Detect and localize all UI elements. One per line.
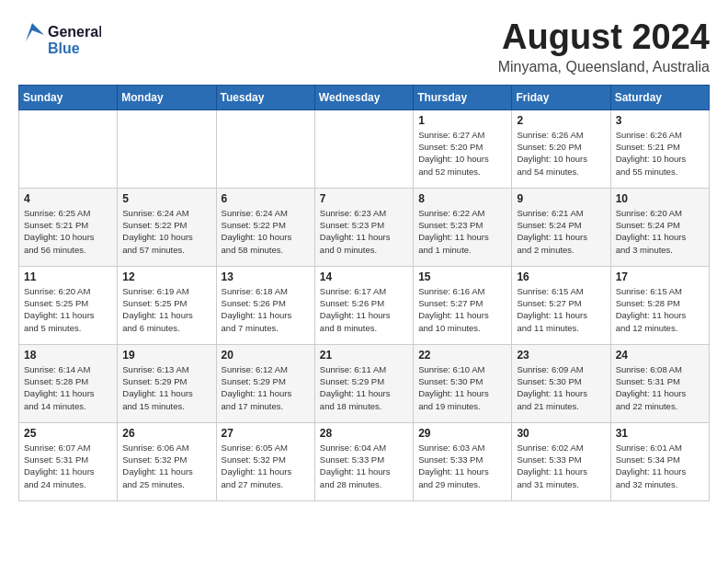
day-info: Sunrise: 6:26 AM Sunset: 5:20 PM Dayligh… [517,129,605,178]
day-number: 4 [24,192,112,205]
calendar-week-1: 1Sunrise: 6:27 AM Sunset: 5:20 PM Daylig… [19,109,710,188]
calendar-cell: 6Sunrise: 6:24 AM Sunset: 5:22 PM Daylig… [216,188,314,266]
calendar-cell [19,109,118,188]
calendar-header-row: Sunday Monday Tuesday Wednesday Thursday… [19,85,710,109]
calendar-cell: 16Sunrise: 6:15 AM Sunset: 5:27 PM Dayli… [512,266,610,344]
month-year-title: August 2024 [498,18,710,57]
day-info: Sunrise: 6:23 AM Sunset: 5:23 PM Dayligh… [320,207,408,256]
calendar-cell: 23Sunrise: 6:09 AM Sunset: 5:30 PM Dayli… [512,344,610,422]
logo: GeneralBlue [18,18,101,60]
day-number: 1 [418,114,506,127]
day-info: Sunrise: 6:10 AM Sunset: 5:30 PM Dayligh… [418,363,506,412]
header-saturday: Saturday [610,85,709,109]
day-number: 5 [122,192,210,205]
day-info: Sunrise: 6:14 AM Sunset: 5:28 PM Dayligh… [24,363,112,412]
calendar-cell [118,109,216,188]
day-info: Sunrise: 6:18 AM Sunset: 5:26 PM Dayligh… [222,285,310,334]
calendar-cell: 8Sunrise: 6:22 AM Sunset: 5:23 PM Daylig… [414,188,512,266]
day-number: 19 [122,349,210,362]
calendar-cell: 24Sunrise: 6:08 AM Sunset: 5:31 PM Dayli… [610,344,709,422]
calendar-cell: 19Sunrise: 6:13 AM Sunset: 5:29 PM Dayli… [118,344,216,422]
header-monday: Monday [118,85,216,109]
day-number: 13 [222,270,310,283]
header-wednesday: Wednesday [314,85,413,109]
day-info: Sunrise: 6:13 AM Sunset: 5:29 PM Dayligh… [122,363,210,412]
calendar-week-3: 11Sunrise: 6:20 AM Sunset: 5:25 PM Dayli… [19,266,710,344]
calendar-cell: 14Sunrise: 6:17 AM Sunset: 5:26 PM Dayli… [314,266,413,344]
day-info: Sunrise: 6:19 AM Sunset: 5:25 PM Dayligh… [122,285,210,334]
day-info: Sunrise: 6:15 AM Sunset: 5:27 PM Dayligh… [517,285,605,334]
day-info: Sunrise: 6:24 AM Sunset: 5:22 PM Dayligh… [122,207,210,256]
day-number: 12 [122,270,210,283]
day-number: 30 [517,427,605,440]
day-number: 28 [320,427,408,440]
calendar-cell: 2Sunrise: 6:26 AM Sunset: 5:20 PM Daylig… [512,109,610,188]
calendar-cell: 27Sunrise: 6:05 AM Sunset: 5:32 PM Dayli… [216,422,314,500]
svg-text:Blue: Blue [48,40,80,56]
calendar-table: Sunday Monday Tuesday Wednesday Thursday… [18,85,710,501]
calendar-cell: 20Sunrise: 6:12 AM Sunset: 5:29 PM Dayli… [216,344,314,422]
day-info: Sunrise: 6:12 AM Sunset: 5:29 PM Dayligh… [222,363,310,412]
day-number: 29 [418,427,506,440]
day-number: 23 [517,349,605,362]
calendar-week-4: 18Sunrise: 6:14 AM Sunset: 5:28 PM Dayli… [19,344,710,422]
page-header: GeneralBlue August 2024 Minyama, Queensl… [18,18,710,75]
day-info: Sunrise: 6:07 AM Sunset: 5:31 PM Dayligh… [24,442,112,490]
day-number: 16 [517,270,605,283]
calendar-cell [314,109,413,188]
day-number: 21 [320,349,408,362]
calendar-cell: 9Sunrise: 6:21 AM Sunset: 5:24 PM Daylig… [512,188,610,266]
logo-svg: GeneralBlue [18,18,101,60]
day-info: Sunrise: 6:08 AM Sunset: 5:31 PM Dayligh… [616,363,704,412]
day-number: 8 [418,192,506,205]
calendar-cell: 26Sunrise: 6:06 AM Sunset: 5:32 PM Dayli… [118,422,216,500]
day-info: Sunrise: 6:27 AM Sunset: 5:20 PM Dayligh… [418,129,506,178]
day-number: 22 [418,349,506,362]
day-number: 15 [418,270,506,283]
calendar-cell: 15Sunrise: 6:16 AM Sunset: 5:27 PM Dayli… [414,266,512,344]
calendar-cell [216,109,314,188]
calendar-cell: 22Sunrise: 6:10 AM Sunset: 5:30 PM Dayli… [414,344,512,422]
day-number: 11 [24,270,112,283]
day-info: Sunrise: 6:17 AM Sunset: 5:26 PM Dayligh… [320,285,408,334]
calendar-cell: 25Sunrise: 6:07 AM Sunset: 5:31 PM Dayli… [19,422,118,500]
day-info: Sunrise: 6:01 AM Sunset: 5:34 PM Dayligh… [616,442,704,490]
calendar-cell: 11Sunrise: 6:20 AM Sunset: 5:25 PM Dayli… [19,266,118,344]
day-info: Sunrise: 6:22 AM Sunset: 5:23 PM Dayligh… [418,207,506,256]
day-number: 7 [320,192,408,205]
calendar-week-2: 4Sunrise: 6:25 AM Sunset: 5:21 PM Daylig… [19,188,710,266]
day-info: Sunrise: 6:25 AM Sunset: 5:21 PM Dayligh… [24,207,112,256]
header-tuesday: Tuesday [216,85,314,109]
day-number: 2 [517,114,605,127]
day-number: 24 [616,349,704,362]
calendar-cell: 7Sunrise: 6:23 AM Sunset: 5:23 PM Daylig… [314,188,413,266]
calendar-cell: 18Sunrise: 6:14 AM Sunset: 5:28 PM Dayli… [19,344,118,422]
day-number: 25 [24,427,112,440]
day-number: 10 [616,192,704,205]
calendar-cell: 28Sunrise: 6:04 AM Sunset: 5:33 PM Dayli… [314,422,413,500]
day-number: 3 [616,114,704,127]
header-thursday: Thursday [414,85,512,109]
day-info: Sunrise: 6:09 AM Sunset: 5:30 PM Dayligh… [517,363,605,412]
calendar-cell: 17Sunrise: 6:15 AM Sunset: 5:28 PM Dayli… [610,266,709,344]
calendar-cell: 12Sunrise: 6:19 AM Sunset: 5:25 PM Dayli… [118,266,216,344]
calendar-cell: 21Sunrise: 6:11 AM Sunset: 5:29 PM Dayli… [314,344,413,422]
day-info: Sunrise: 6:20 AM Sunset: 5:24 PM Dayligh… [616,207,704,256]
day-number: 31 [616,427,704,440]
day-number: 20 [222,349,310,362]
calendar-cell: 30Sunrise: 6:02 AM Sunset: 5:33 PM Dayli… [512,422,610,500]
day-info: Sunrise: 6:24 AM Sunset: 5:22 PM Dayligh… [222,207,310,256]
day-number: 14 [320,270,408,283]
day-info: Sunrise: 6:20 AM Sunset: 5:25 PM Dayligh… [24,285,112,334]
day-info: Sunrise: 6:11 AM Sunset: 5:29 PM Dayligh… [320,363,408,412]
day-number: 9 [517,192,605,205]
header-friday: Friday [512,85,610,109]
day-info: Sunrise: 6:21 AM Sunset: 5:24 PM Dayligh… [517,207,605,256]
calendar-cell: 4Sunrise: 6:25 AM Sunset: 5:21 PM Daylig… [19,188,118,266]
day-info: Sunrise: 6:03 AM Sunset: 5:33 PM Dayligh… [418,442,506,490]
title-section: August 2024 Minyama, Queensland, Austral… [498,18,710,75]
day-info: Sunrise: 6:06 AM Sunset: 5:32 PM Dayligh… [122,442,210,490]
day-info: Sunrise: 6:15 AM Sunset: 5:28 PM Dayligh… [616,285,704,334]
calendar-cell: 13Sunrise: 6:18 AM Sunset: 5:26 PM Dayli… [216,266,314,344]
calendar-cell: 3Sunrise: 6:26 AM Sunset: 5:21 PM Daylig… [610,109,709,188]
